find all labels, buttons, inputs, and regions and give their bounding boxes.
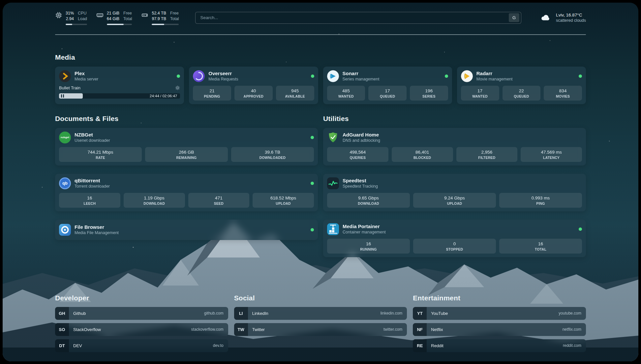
service-description: Media File Management [75,230,119,235]
status-dot [579,228,582,231]
bookmark-name: LinkedIn [252,311,268,316]
bookmarks-social: Social LI LinkedIn linkedin.com TW Twitt… [234,294,407,355]
status-dot [579,75,582,78]
section-utilities: Utilities AdGuard [323,115,586,257]
portainer-icon [327,223,339,235]
bookmark-name: StackOverflow [73,327,101,332]
stat-total: 16 TOTAL [499,239,582,254]
service-card-adguard[interactable]: AdGuard Home DNS and adblocking 498,564 … [323,128,586,166]
stat-stopped: 0 STOPPED [413,239,496,254]
bookmark-twitter[interactable]: TW Twitter twitter.com [234,323,407,336]
memory-free: 21 GiB [107,11,119,16]
stat-seed: 471 SEED [188,193,250,208]
stat-pending: 21 PENDING [193,86,231,101]
search-provider-button[interactable]: G [509,13,519,22]
service-description: Speedtest Tracking [343,184,378,189]
bookmark-name: Github [73,311,86,316]
stat-rate: 744.21 Mbps RATE [59,147,142,162]
bookmark-url: linkedin.com [381,311,403,316]
service-card-speedtest[interactable]: Speedtest Speedtest Tracking 9.65 Gbps D… [323,174,586,211]
stat-queued: 22 QUEUED [503,86,541,101]
bookmark-netflix[interactable]: NF Netflix netflix.com [413,323,586,336]
disk-free-label: Free [170,11,179,16]
section-media: Media Plex Media server [55,53,586,104]
service-card-qbittorrent[interactable]: qb qBittorrent Torrent downloader 16 LEE… [55,174,318,211]
pause-icon[interactable] [61,94,65,98]
memory-free-label: Free [123,11,132,16]
service-card-overseerr[interactable]: Overseerr Media Requests 21 PENDING 40 A… [189,67,318,104]
status-dot [311,75,314,78]
memory-total: 64 GiB [107,16,119,21]
cloud-icon [539,13,552,23]
disk-total-label: Total [170,16,179,21]
search-bar[interactable]: G [195,12,521,24]
service-card-portainer[interactable]: Media Portainer Container management 16 … [323,220,586,257]
overseerr-icon [193,70,205,82]
service-card-nzbget[interactable]: nzbget NZBGet Usenet downloader 744.21 M… [55,128,318,166]
service-name: File Browser [75,224,119,230]
stat-movies: 834 MOVIES [544,86,582,101]
memory-icon [96,12,104,19]
service-description: Media Requests [208,77,238,81]
stat-series: 196 SERIES [410,86,448,101]
bookmark-name: Twitter [252,327,265,332]
now-playing-title: Bullet Train [59,85,80,90]
stat-blocked: 86,401 BLOCKED [392,147,453,162]
topbar-divider [55,34,586,35]
disk-total: 97.9 TB [152,16,166,21]
service-card-sonarr[interactable]: Sonarr Series management 485 WANTED 17 Q… [323,67,452,104]
bookmark-github[interactable]: GH Github github.com [55,307,228,320]
bookmark-url: twitter.com [383,327,402,332]
stat-queries: 498,564 QUERIES [327,147,388,162]
sonarr-icon [327,70,339,82]
nzbget-icon: nzbget [59,132,71,143]
service-name: Sonarr [343,71,380,76]
developer-section-title: Developer [55,294,228,302]
bookmark-abbr: SO [55,323,69,336]
status-dot [445,75,448,78]
disk-free: 52.4 TB [152,11,166,16]
qbittorrent-icon: qb [59,177,71,189]
dashboard-screen: 31% CPU 2.94 Load [3,3,638,361]
stat-upload: 618.52 Mbps UPLOAD [253,193,314,208]
cpu-load-label: Load [78,16,87,21]
media-section-title: Media [55,53,586,61]
bookmark-stackoverflow[interactable]: SO StackOverflow stackoverflow.com [55,323,228,336]
bookmark-name: YouTube [431,311,448,316]
playback-progress[interactable]: 24:44 / 02:06:47 [59,93,180,99]
service-name: NZBGet [75,132,110,137]
stat-ping: 0.993 ms PING [499,193,582,208]
service-name: Plex [75,71,98,76]
status-dot [311,228,314,231]
status-dot [311,182,314,185]
service-card-radarr[interactable]: Radarr Movie management 17 WANTED 22 QUE… [457,67,586,104]
bookmark-youtube[interactable]: YT YouTube youtube.com [413,307,586,320]
service-card-plex[interactable]: Plex Media server Bullet Train [55,67,184,104]
stat-queued: 17 QUEUED [368,86,407,101]
service-description: Media server [75,77,98,81]
memory-total-label: Total [123,16,132,21]
stat-leech: 16 LEECH [59,193,120,208]
bookmark-dev[interactable]: DT DEV dev.to [55,339,228,352]
bookmark-abbr: NF [413,323,427,336]
bookmark-url: github.com [204,311,224,316]
gear-icon[interactable] [175,85,180,90]
disk-usage-bar [152,24,179,25]
service-name: Media Portainer [343,224,386,229]
search-input[interactable] [200,15,509,20]
cpu-widget: 31% CPU 2.94 Load [55,11,87,25]
plex-icon [59,70,71,82]
cpu-usage-bar [66,24,87,25]
service-description: Movie management [476,77,513,81]
bookmark-abbr: RE [413,339,427,352]
bookmark-reddit[interactable]: RE Reddit reddit.com [413,339,586,352]
disk-widget: 52.4 TB Free 97.9 TB Total [141,11,179,25]
bookmark-abbr: LI [234,307,248,320]
bookmark-linkedin[interactable]: LI LinkedIn linkedin.com [234,307,407,320]
bookmark-url: dev.to [213,343,224,348]
documents-section-title: Documents & Files [55,115,318,123]
bookmark-name: Reddit [431,343,443,348]
stat-downloaded: 39.6 TB DOWNLOADED [231,147,314,162]
service-card-filebrowser[interactable]: File Browser Media File Management [55,220,318,240]
bookmark-url: stackoverflow.com [191,327,224,332]
